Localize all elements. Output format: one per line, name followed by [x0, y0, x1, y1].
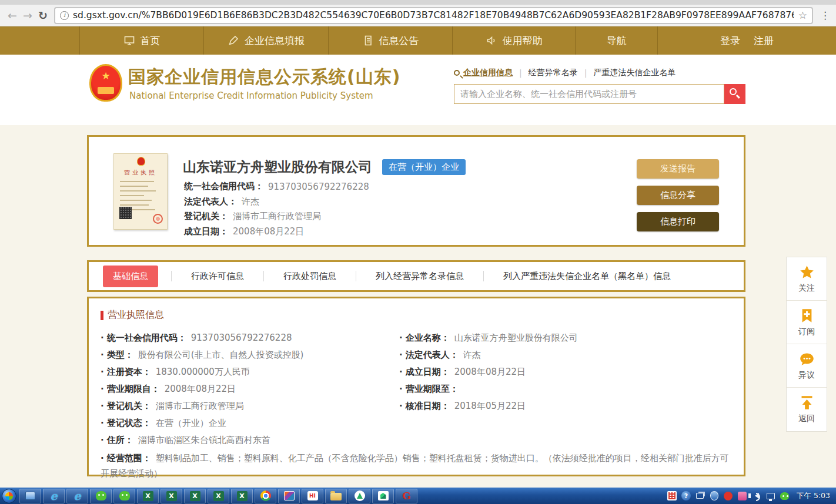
red-badge-icon — [724, 492, 733, 500]
search-input[interactable] — [454, 84, 724, 104]
section-marker — [101, 311, 103, 320]
taskbar-g-app[interactable]: G — [396, 489, 417, 503]
taskbar-ie-window[interactable]: e — [66, 489, 88, 503]
national-emblem-logo — [89, 64, 122, 102]
ime-icon — [667, 491, 677, 500]
login-link[interactable]: 登录 — [720, 34, 740, 48]
wechat-icon — [119, 491, 130, 500]
taskbar-hi-app[interactable]: HI — [302, 489, 323, 503]
search-tab-illegal-list[interactable]: 严重违法失信企业名单 — [593, 68, 676, 78]
nav-item-help[interactable]: 使用帮助 — [452, 26, 575, 55]
share-info-button[interactable]: 信息分享 — [637, 186, 719, 205]
field-legal-representative: 法定代表人：许杰 — [184, 194, 369, 210]
field-registration-authority: 登记机关：淄博市工商行政管理局 — [101, 398, 399, 415]
follow-tool[interactable]: 关注 — [787, 257, 827, 301]
tray-show-windows[interactable] — [694, 490, 706, 502]
tray-help[interactable]: ? — [680, 490, 692, 502]
page-info-icon[interactable] — [60, 11, 69, 20]
browser-tab-strip[interactable] — [0, 0, 836, 5]
start-button[interactable] — [2, 489, 16, 503]
field-company-type: 类型：股份有限公司(非上市、自然人投资或控股) — [101, 347, 399, 364]
site-navbar: 首页 企业信息填报 信息公告 使用帮助 导航 登录 注册 — [0, 26, 836, 55]
tab-basic-info[interactable]: 基础信息 — [103, 266, 158, 287]
nav-item-announcements[interactable]: 信息公告 — [328, 26, 452, 55]
taskbar-building-app[interactable] — [372, 489, 394, 503]
reload-icon[interactable] — [35, 9, 51, 22]
taskbar-excel-2[interactable]: X — [160, 489, 182, 503]
company-action-buttons: 发送报告 信息分享 信息打印 — [637, 159, 719, 238]
navbar-spacer — [0, 26, 79, 55]
tray-volume[interactable] — [751, 490, 763, 502]
field-business-scope: 经营范围：塑料制品加工、销售；塑料原料、化工产品（不含危险化学品）销售；塑料托盘… — [101, 449, 732, 481]
info-tabs-bar: 基础信息 行政许可信息 行政处罚信息 列入经营异常名录信息 列入严重违法失信企业… — [87, 260, 745, 292]
browser-menu-icon[interactable]: ⋮ — [820, 9, 830, 21]
search-category-tabs: 企业信用信息 | 经营异常名录 | 严重违法失信企业名单 — [454, 68, 745, 78]
nav-auth: 登录 注册 — [657, 26, 836, 55]
nav-item-home[interactable]: 首页 — [79, 26, 203, 55]
field-company-name: 企业名称：山东诺亚方舟塑业股份有限公司 — [399, 330, 732, 347]
back-icon[interactable] — [5, 9, 20, 22]
nav-item-directory[interactable]: 导航 — [575, 26, 657, 55]
g-app-icon: G — [402, 491, 411, 501]
tray-pink-app[interactable] — [737, 490, 748, 502]
print-info-button[interactable]: 信息打印 — [637, 212, 719, 231]
taskbar-excel-5[interactable]: X — [231, 489, 253, 503]
taskbar-chrome[interactable] — [255, 489, 276, 503]
taskbar-photo-app[interactable] — [278, 489, 300, 503]
building-app-icon — [378, 491, 389, 500]
taskbar-folder[interactable] — [325, 489, 347, 503]
nav-item-label: 导航 — [607, 34, 627, 48]
tray-red-badge[interactable] — [723, 490, 734, 502]
tray-wechat[interactable] — [779, 490, 791, 502]
chat-bubble-icon — [799, 351, 815, 367]
address-bar[interactable]: sd.gsxt.gov.cn/%7BB6D019E6D1B6E86B3DC2B3… — [54, 7, 813, 24]
taskbar-wechat-1[interactable] — [90, 489, 112, 503]
register-link[interactable]: 注册 — [754, 34, 774, 48]
section-title: 营业执照信息 — [108, 309, 164, 321]
url-text[interactable]: sd.gsxt.gov.cn/%7BB6D019E6D1B6E86B3DC2B3… — [73, 10, 794, 21]
tab-serious-illegal-blacklist[interactable]: 列入严重违法失信企业名单（黑名单）信息 — [484, 271, 690, 282]
side-toolbar: 关注 订阅 异议 返回 — [786, 257, 827, 432]
taskbar-excel-3[interactable]: X — [184, 489, 206, 503]
windows-stack-icon — [696, 493, 704, 499]
site-header: 国家企业信用信息公示系统(山东) National Enterprise Cre… — [0, 55, 836, 125]
forward-icon[interactable] — [20, 9, 35, 22]
field-credit-code: 统一社会信用代码：913703056792276228 — [101, 330, 399, 347]
nav-item-enterprise-filing[interactable]: 企业信息填报 — [203, 26, 328, 55]
field-establishment-date: 成立日期：2008年08月22日 — [399, 364, 732, 381]
back-to-top-tool[interactable]: 返回 — [787, 388, 827, 431]
search-tab-credit-info[interactable]: 企业信用信息 — [463, 68, 513, 78]
tray-ime[interactable] — [666, 490, 678, 502]
taskbar-clock[interactable]: 下午 5:03 — [797, 491, 830, 501]
tab-administrative-license[interactable]: 行政许可信息 — [172, 271, 263, 282]
tab-abnormal-operation-list[interactable]: 列入经营异常名录信息 — [356, 271, 483, 282]
excel-icon: X — [237, 491, 248, 501]
taskbar-excel-1[interactable]: X — [137, 489, 159, 503]
ie-icon: e — [73, 490, 81, 502]
taskbar-explorer[interactable] — [19, 489, 41, 503]
monitor-icon — [123, 35, 135, 46]
tray-network[interactable] — [765, 490, 777, 502]
tab-administrative-penalty[interactable]: 行政处罚信息 — [264, 271, 356, 282]
search-tab-abnormal-list[interactable]: 经营异常名录 — [529, 68, 578, 78]
field-establishment-date: 成立日期：2008年08月22日 — [184, 224, 369, 240]
taskbar-wechat-2[interactable] — [113, 489, 135, 503]
bookmark-star-icon[interactable]: ☆ — [798, 9, 807, 21]
dispute-tool[interactable]: 异议 — [787, 344, 827, 388]
business-license-thumbnail[interactable]: 营业执照 — [113, 153, 168, 230]
field-approval-date: 核准日期：2018年05月22日 — [399, 398, 732, 415]
nav-item-label: 使用帮助 — [503, 34, 543, 48]
send-report-button[interactable]: 发送报告 — [637, 159, 719, 179]
search-button[interactable] — [724, 84, 745, 104]
taskbar-ie[interactable]: e — [43, 489, 65, 503]
taskbar-green-app[interactable] — [349, 489, 370, 503]
speaker-icon — [755, 493, 759, 499]
subscribe-tool[interactable]: 订阅 — [787, 301, 827, 344]
ie-icon: e — [50, 490, 57, 502]
tray-security[interactable] — [708, 490, 720, 502]
separator: | — [519, 68, 522, 78]
green-triangle-app-icon — [355, 490, 365, 501]
taskbar-excel-4[interactable]: X — [208, 489, 229, 503]
arrow-up-icon — [799, 395, 815, 411]
company-summary-card: 营业执照 山东诺亚方舟塑业股份有限公司 在营（开业）企业 统一社会信用代码：91… — [87, 135, 745, 247]
